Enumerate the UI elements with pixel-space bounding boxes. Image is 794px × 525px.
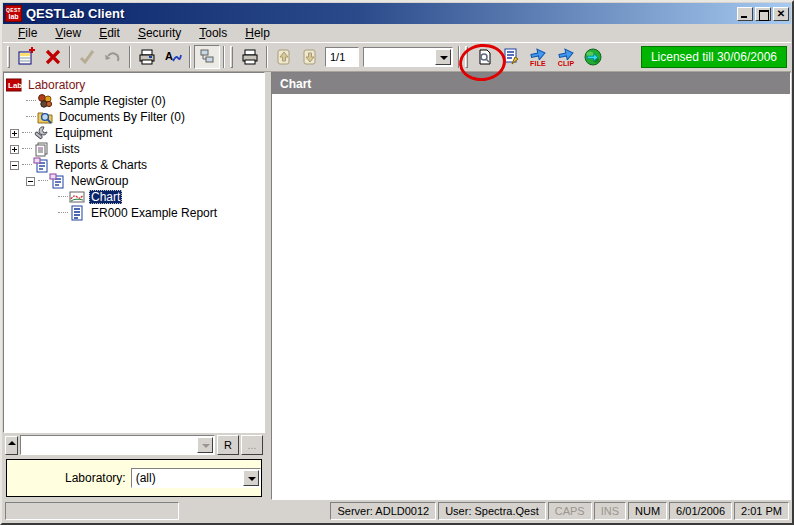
toolbar-combo[interactable] xyxy=(363,47,453,67)
toolbar: A 1/1 FILE xyxy=(3,42,791,72)
title-bar[interactable]: QEST lab QESTLab Client xyxy=(3,3,791,24)
status-ins: INS xyxy=(594,502,626,520)
print-setup-icon[interactable] xyxy=(134,45,160,69)
laboratory-combo-value: (all) xyxy=(132,471,242,485)
tree-item-laboratory[interactable]: Lab Laboratory xyxy=(6,77,264,93)
quick-search-combo[interactable] xyxy=(20,435,215,455)
tree-item-reports-charts[interactable]: Reports & Charts xyxy=(10,157,264,173)
spellcheck-icon[interactable]: A xyxy=(160,45,186,69)
tree-item-label: Reports & Charts xyxy=(53,158,149,172)
expand-icon[interactable] xyxy=(10,145,19,154)
edit-report-icon[interactable] xyxy=(498,45,524,69)
svg-text:A: A xyxy=(165,50,173,62)
status-num: NUM xyxy=(628,502,667,520)
chevron-down-icon[interactable] xyxy=(243,470,259,486)
collapse-icon[interactable] xyxy=(10,161,19,170)
tree-connector xyxy=(58,189,68,197)
toolbar-grip[interactable] xyxy=(230,46,233,68)
tree-item-label: Documents By Filter (0) xyxy=(57,110,187,124)
report-icon xyxy=(69,205,85,221)
tree-item-lists[interactable]: Lists xyxy=(10,141,264,157)
toolbar-separator xyxy=(266,46,268,68)
laboratory-combo[interactable]: (all) xyxy=(131,468,261,488)
window-title: QESTLab Client xyxy=(26,6,737,21)
reports-charts-icon xyxy=(33,157,49,173)
collapse-icon[interactable] xyxy=(26,177,35,186)
laboratory-label: Laboratory: xyxy=(65,471,126,485)
menu-edit[interactable]: Edit xyxy=(90,25,129,41)
documents-filter-icon xyxy=(37,109,53,125)
toolbar-separator xyxy=(458,46,460,68)
status-server: Server: ADLD0012 xyxy=(330,502,436,520)
menu-file[interactable]: File xyxy=(9,25,46,41)
maximize-button[interactable] xyxy=(755,7,771,21)
menu-security[interactable]: Security xyxy=(129,25,190,41)
more-button[interactable]: ... xyxy=(241,435,263,455)
export-file-icon[interactable]: FILE xyxy=(524,45,552,69)
page-indicator[interactable]: 1/1 xyxy=(325,47,359,67)
status-caps: CAPS xyxy=(548,502,592,520)
new-record-icon[interactable] xyxy=(14,45,40,69)
chevron-down-icon[interactable] xyxy=(197,437,213,453)
print-icon[interactable] xyxy=(237,45,263,69)
tree-item-er000-example-report[interactable]: ER000 Example Report xyxy=(58,205,264,221)
tree-connector xyxy=(22,125,32,133)
laboratory-filter-panel: Laboratory: (all) xyxy=(6,459,262,497)
export-file-label: FILE xyxy=(530,60,546,67)
scroll-up-icon[interactable] xyxy=(5,436,18,455)
toolbar-separator xyxy=(189,46,191,68)
expand-icon[interactable] xyxy=(10,129,19,138)
toolbar-grip[interactable] xyxy=(7,46,10,68)
tree-item-sample-register[interactable]: Sample Register (0) xyxy=(26,93,264,109)
menu-view[interactable]: View xyxy=(46,25,90,41)
lab-icon: Lab xyxy=(6,77,22,93)
tree-connector xyxy=(26,109,36,117)
left-panel: Lab Laboratory Sample Register (0) Docum… xyxy=(3,72,265,500)
r-button[interactable]: R xyxy=(217,435,239,455)
menu-bar: File View Edit Security Tools Help xyxy=(3,24,791,42)
toolbar-separator xyxy=(223,46,225,68)
tree-connector xyxy=(22,157,32,165)
app-logo-icon: QEST lab xyxy=(5,5,22,22)
tree-item-newgroup[interactable]: NewGroup xyxy=(26,173,264,189)
tree-item-label: Equipment xyxy=(53,126,114,140)
app-logo-bottom-text: lab xyxy=(8,13,18,20)
content-header-title: Chart xyxy=(280,77,311,91)
tree-item-label: Chart xyxy=(89,190,122,204)
tree-item-documents-by-filter[interactable]: Documents By Filter (0) xyxy=(26,109,264,125)
content-area[interactable] xyxy=(272,94,790,499)
next-page-icon[interactable] xyxy=(297,45,323,69)
export-clip-icon[interactable]: CLIP xyxy=(552,45,580,69)
tree-item-label: ER000 Example Report xyxy=(89,206,219,220)
minimize-button[interactable] xyxy=(737,7,753,21)
prev-page-icon[interactable] xyxy=(271,45,297,69)
preview-document-icon[interactable] xyxy=(472,45,498,69)
status-time: 2:01 PM xyxy=(734,502,789,520)
tree-item-chart[interactable]: Chart xyxy=(58,189,264,205)
tree-connector xyxy=(58,205,68,213)
tree-item-label: Lists xyxy=(53,142,82,156)
delete-icon[interactable] xyxy=(40,45,66,69)
svg-text:Lab: Lab xyxy=(8,81,22,90)
group-icon xyxy=(49,173,65,189)
toolbar-separator xyxy=(69,46,71,68)
globe-icon[interactable] xyxy=(580,45,606,69)
menu-tools[interactable]: Tools xyxy=(190,25,236,41)
navigation-tree: Lab Laboratory Sample Register (0) Docum… xyxy=(3,72,265,433)
tree-connector xyxy=(38,173,48,181)
tree-view-icon[interactable] xyxy=(194,45,220,69)
tree-item-label: NewGroup xyxy=(69,174,130,188)
lists-icon xyxy=(33,141,49,157)
app-window: QEST lab QESTLab Client File View Edit S… xyxy=(0,0,794,525)
close-button[interactable] xyxy=(773,7,789,21)
quick-search-row: R ... xyxy=(3,433,265,457)
chart-icon xyxy=(69,189,85,205)
chevron-down-icon[interactable] xyxy=(435,49,451,65)
undo-icon[interactable] xyxy=(100,45,126,69)
toolbar-grip[interactable] xyxy=(465,46,468,68)
tree-connector xyxy=(22,141,32,149)
confirm-icon[interactable] xyxy=(74,45,100,69)
content-header: Chart xyxy=(272,73,790,94)
tree-item-equipment[interactable]: Equipment xyxy=(10,125,264,141)
menu-help[interactable]: Help xyxy=(236,25,279,41)
